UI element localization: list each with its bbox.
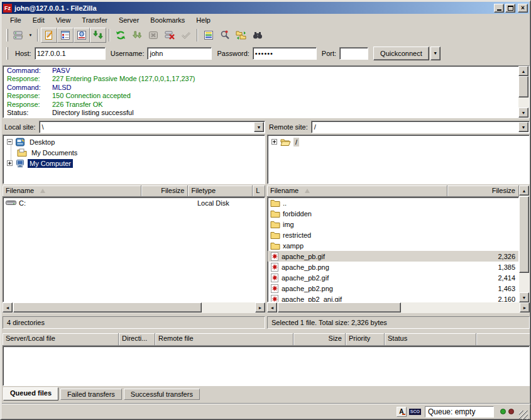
column-header-direction[interactable]: Directi...	[119, 333, 155, 346]
remote-hscrollbar-thumb[interactable]	[278, 302, 401, 312]
scroll-down-icon[interactable]: ▼	[518, 108, 528, 118]
reconnect-button[interactable]	[178, 28, 194, 43]
find-files-button[interactable]	[249, 28, 266, 43]
directory-filters-button[interactable]	[200, 28, 217, 43]
toolbar-grip	[6, 29, 8, 41]
expand-icon[interactable]	[271, 139, 277, 145]
chevron-down-icon: ▼	[433, 51, 437, 55]
port-label: Port:	[322, 50, 336, 57]
expand-icon[interactable]	[7, 160, 13, 166]
remote-file-row[interactable]: apache_pb.png 1,385	[268, 262, 518, 272]
remote-scrollbar-thumb[interactable]	[519, 196, 529, 273]
column-header-server-local-file[interactable]: Server/Local file	[3, 333, 119, 346]
username-input[interactable]	[147, 47, 212, 60]
scroll-down-icon[interactable]: ▼	[519, 292, 529, 302]
collapse-icon[interactable]	[7, 139, 13, 145]
image-file-icon	[270, 274, 279, 282]
synchronized-browsing-button[interactable]	[233, 28, 249, 43]
directory-comparison-button[interactable]	[217, 28, 233, 43]
menu-bar: File Edit View Transfer Server Bookmarks…	[2, 14, 529, 26]
menu-view[interactable]: View	[50, 15, 77, 25]
log-line: Response:227 Entering Passive Mode (127,…	[3, 75, 529, 83]
scroll-up-icon[interactable]: ▲	[518, 66, 528, 76]
password-input[interactable]	[253, 47, 317, 60]
column-header-filename[interactable]: Filename	[3, 185, 141, 197]
host-input[interactable]	[35, 47, 106, 60]
file-name: apache_pb.png	[282, 263, 329, 271]
menu-bookmarks[interactable]: Bookmarks	[145, 15, 190, 25]
image-file-icon	[270, 263, 279, 272]
close-button[interactable]: ×	[518, 4, 528, 13]
process-queue-button[interactable]	[129, 28, 145, 43]
column-header-filesize[interactable]: Filesize	[447, 185, 519, 197]
tree-item-my-documents[interactable]: My Documents	[17, 147, 79, 158]
refresh-button[interactable]	[112, 28, 129, 43]
site-manager-button[interactable]	[10, 28, 26, 43]
remote-file-row-selected[interactable]: apache_pb.gif 2,326	[268, 251, 518, 262]
cancel-operation-button[interactable]	[145, 28, 161, 43]
column-header-filename[interactable]: Filename	[267, 185, 447, 197]
local-site-combobox[interactable]: \ ▼	[39, 121, 265, 133]
port-input[interactable]	[339, 47, 368, 60]
site-manager-dropdown[interactable]: ▼	[26, 28, 35, 42]
remote-file-row[interactable]: forbidden	[268, 208, 518, 219]
column-header-filetype[interactable]: Filetype	[188, 185, 253, 197]
maximize-button[interactable]	[505, 4, 515, 13]
toggle-local-treeview-button[interactable]	[57, 28, 74, 43]
queue-body[interactable]	[3, 346, 530, 386]
scroll-left-icon[interactable]: ◄	[267, 302, 277, 312]
menu-help[interactable]: Help	[190, 15, 216, 25]
column-header-priority[interactable]: Priority	[346, 333, 385, 346]
file-name: img	[283, 221, 294, 228]
local-file-row[interactable]: C: Local Disk	[3, 197, 265, 208]
remote-file-row[interactable]: img	[268, 219, 518, 229]
title-bar[interactable]: Fz john@127.0.0.1 - FileZilla ×	[2, 2, 529, 14]
tab-successful-transfers[interactable]: Successful transfers	[124, 389, 200, 400]
remote-file-row[interactable]: ..	[268, 197, 518, 208]
disconnect-button[interactable]	[161, 28, 178, 43]
column-header-filesize[interactable]: Filesize	[141, 185, 189, 197]
local-hscrollbar-thumb[interactable]	[13, 302, 202, 312]
quickconnect-button[interactable]: Quickconnect	[373, 47, 429, 60]
scroll-up-icon[interactable]: ▲	[519, 185, 529, 196]
remote-file-row[interactable]: apache_pb2.gif 2,414	[268, 272, 518, 283]
remote-site-dropdown[interactable]: ▼	[518, 122, 528, 132]
scroll-right-icon[interactable]: ►	[520, 302, 530, 312]
menu-transfer[interactable]: Transfer	[76, 15, 113, 25]
remote-list-scrollbar[interactable]: ▲ ▼	[519, 185, 530, 302]
window-title: john@127.0.0.1 - FileZilla	[14, 4, 493, 12]
tree-item-root[interactable]: /	[271, 136, 299, 147]
menu-edit[interactable]: Edit	[27, 15, 50, 25]
tree-item-my-computer[interactable]: My Computer	[7, 158, 73, 169]
menu-file[interactable]: File	[4, 15, 27, 25]
minimize-button[interactable]	[494, 4, 504, 13]
toggle-log-view-button[interactable]	[41, 28, 57, 43]
column-header-size[interactable]: Size	[293, 333, 346, 346]
log-scrollbar-thumb[interactable]	[518, 76, 528, 97]
local-site-dropdown[interactable]: ▼	[254, 122, 264, 132]
local-hscrollbar[interactable]: ◄ ►	[3, 302, 265, 313]
toggle-remote-treeview-button[interactable]	[74, 28, 90, 43]
column-header-remote-file[interactable]: Remote file	[155, 333, 293, 346]
resize-grip[interactable]	[519, 411, 528, 419]
password-label: Password:	[217, 50, 249, 57]
remote-file-row[interactable]: restricted	[268, 229, 518, 240]
column-header-last-modified[interactable]: L	[253, 185, 265, 197]
toggle-transfer-queue-button[interactable]	[90, 28, 106, 43]
tab-queued-files[interactable]: Queued files	[3, 387, 58, 401]
local-site-label: Local site:	[3, 123, 36, 131]
scroll-left-icon[interactable]: ◄	[3, 302, 13, 312]
remote-file-row[interactable]: apache_pb2_ani.gif 2,160	[268, 294, 518, 302]
ascii-datatype-icon: A	[397, 407, 407, 417]
quickconnect-dropdown[interactable]: ▼	[430, 47, 441, 60]
remote-hscrollbar[interactable]: ◄ ►	[267, 302, 530, 313]
remote-site-combobox[interactable]: / ▼	[311, 121, 530, 133]
menu-server[interactable]: Server	[113, 15, 145, 25]
scroll-right-icon[interactable]: ►	[255, 302, 265, 312]
remote-file-row[interactable]: apache_pb2.png 1,463	[268, 283, 518, 294]
log-scrollbar[interactable]: ▲ ▼	[518, 66, 529, 118]
column-header-status[interactable]: Status	[385, 333, 476, 346]
tab-failed-transfers[interactable]: Failed transfers	[60, 389, 122, 400]
remote-file-row[interactable]: xampp	[268, 240, 518, 251]
tree-item-desktop[interactable]: Desktop	[7, 136, 57, 147]
